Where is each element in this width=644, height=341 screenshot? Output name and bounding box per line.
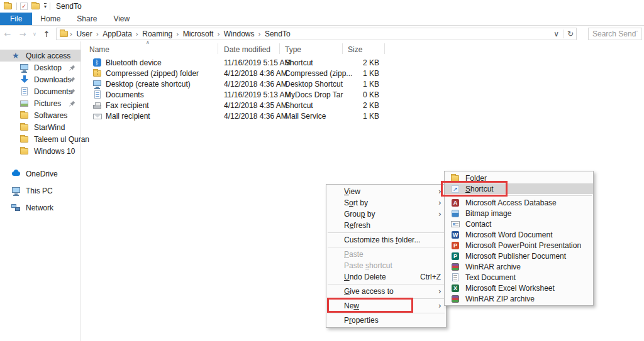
submenu-item-winrar-zip-archive[interactable]: WinRAR ZIP archive	[445, 293, 593, 304]
excel-icon: X	[450, 283, 460, 293]
refresh-icon[interactable]: ↻	[567, 30, 574, 38]
address-box[interactable]: › User › AppData › Roaming › Microsoft ›…	[56, 28, 577, 40]
menu-separator	[328, 313, 445, 313]
file-type: Mail Service	[285, 112, 326, 121]
menu-item-customize-this-folder[interactable]: Customize this folder...	[326, 234, 446, 246]
column-header-type[interactable]: Type	[285, 45, 301, 54]
file-size: 1 KB	[335, 112, 379, 121]
submenu-item-publisher-document[interactable]: P Microsoft Publisher Document	[445, 251, 593, 261]
file-name: Mail recipient	[106, 112, 150, 121]
tab-home[interactable]: Home	[32, 13, 69, 25]
address-dropdown-icon[interactable]: ∨	[553, 30, 559, 38]
menu-item-group-by[interactable]: Group by ›	[326, 208, 446, 220]
sidebar-item-this-pc[interactable]: This PC	[0, 185, 80, 197]
breadcrumb-item[interactable]: AppData	[99, 30, 135, 38]
access-icon: A	[450, 198, 460, 208]
breadcrumb-item[interactable]: Windows	[221, 30, 258, 38]
address-separator	[563, 30, 564, 38]
menu-item-give-access-to[interactable]: Give access to ›	[326, 286, 446, 297]
pin-icon[interactable]	[69, 77, 75, 83]
file-row[interactable]: Fax recipient 4/12/2018 4:35 AM Shortcut…	[81, 100, 484, 111]
tab-view[interactable]: View	[105, 13, 138, 25]
file-date: 11/16/2019 5:15 AM	[224, 58, 291, 67]
up-icon[interactable]: ↑	[39, 30, 54, 39]
breadcrumb-item[interactable]: Roaming	[139, 30, 175, 38]
forward-icon[interactable]: →	[15, 30, 30, 39]
sidebar-item-starwind[interactable]: StarWind	[0, 121, 80, 133]
pin-icon[interactable]	[69, 89, 75, 95]
sidebar-item-documents[interactable]: Documents	[0, 85, 80, 97]
column-header-name[interactable]: Name	[89, 45, 109, 54]
submenu-arrow-icon: ›	[438, 198, 441, 207]
submenu-item-folder[interactable]: Folder	[445, 173, 593, 183]
download-arrow-icon	[19, 75, 30, 85]
breadcrumb-item[interactable]: Microsoft	[180, 30, 217, 38]
sidebar-item-label: Quick access	[26, 51, 70, 60]
column-header-size[interactable]: Size	[348, 45, 362, 54]
folder-icon	[450, 173, 460, 183]
file-row[interactable]: Desktop (create shortcut) 4/12/2018 4:36…	[81, 78, 484, 89]
sidebar-item-windows-10[interactable]: Windows 10	[0, 145, 80, 157]
sidebar-item-taleem-ul-quran[interactable]: Taleem ul Quran	[0, 133, 80, 145]
tab-share[interactable]: Share	[69, 13, 105, 25]
text-document-icon	[450, 273, 460, 283]
keyboard-shortcut: Ctrl+Z	[420, 273, 441, 281]
menu-item-new[interactable]: New ›	[326, 300, 446, 311]
submenu-item-shortcut[interactable]: Shortcut	[445, 183, 593, 194]
pin-icon[interactable]	[69, 100, 75, 107]
column-separator[interactable]	[342, 43, 343, 54]
column-separator[interactable]	[279, 43, 280, 54]
menu-item-view[interactable]: View ›	[326, 186, 446, 197]
recent-locations-chevron-icon[interactable]: ∨	[30, 31, 39, 37]
search-input[interactable]	[589, 28, 641, 40]
submenu-item-excel-worksheet[interactable]: X Microsoft Excel Worksheet	[445, 283, 593, 293]
pin-icon[interactable]	[69, 65, 75, 71]
column-header-date-modified[interactable]: Date modified	[224, 45, 270, 54]
menu-item-sort-by[interactable]: Sort by ›	[326, 197, 446, 208]
sidebar-item-label: Pictures	[34, 99, 61, 108]
breadcrumb-item[interactable]: SendTo	[262, 30, 294, 38]
submenu-item-contact[interactable]: Contact	[445, 219, 593, 229]
submenu-item-powerpoint-presentation[interactable]: P Microsoft PowerPoint Presentation	[445, 240, 593, 251]
breadcrumb-item[interactable]: User	[73, 30, 95, 38]
file-size: 2 KB	[335, 101, 379, 110]
menu-item-paste-shortcut[interactable]: Paste shortcut	[326, 260, 446, 271]
submenu-item-text-document[interactable]: Text Document	[445, 272, 593, 283]
file-date: 4/12/2018 4:35 AM	[224, 101, 287, 110]
checkmark-icon[interactable]: ✓	[20, 3, 28, 10]
sidebar-item-quick-access[interactable]: Quick access	[0, 50, 80, 62]
publisher-icon: P	[450, 251, 460, 261]
sidebar-item-desktop[interactable]: Desktop	[0, 62, 80, 73]
back-icon[interactable]: ←	[0, 30, 15, 39]
menu-item-paste[interactable]: Paste	[326, 249, 446, 260]
star-icon	[11, 51, 21, 61]
tab-file[interactable]: File	[0, 13, 32, 25]
sidebar-item-softwares[interactable]: Softwares	[0, 109, 80, 121]
file-row[interactable]: Bluetooth device 11/16/2019 5:15 AM Shor…	[81, 57, 484, 68]
menu-separator	[446, 195, 592, 196]
file-row[interactable]: Mail recipient 4/12/2018 4:36 AM Mail Se…	[81, 111, 484, 121]
sidebar-item-onedrive[interactable]: OneDrive	[0, 168, 80, 180]
folder-icon	[19, 111, 30, 121]
submenu-item-access-database[interactable]: A Microsoft Access Database	[445, 197, 593, 208]
folder-icon[interactable]	[31, 1, 41, 11]
file-row[interactable]: Compressed (zipped) folder 4/12/2018 4:3…	[81, 68, 484, 78]
shortcut-icon	[450, 184, 460, 194]
folder-icon[interactable]	[3, 1, 13, 11]
menu-item-refresh[interactable]: Refresh	[326, 220, 446, 231]
sidebar-item-downloads[interactable]: Downloads	[0, 73, 80, 85]
menu-item-properties[interactable]: Properties	[326, 315, 446, 326]
column-separator[interactable]	[384, 43, 385, 54]
sidebar-item-network[interactable]: Network	[0, 202, 80, 214]
file-row[interactable]: Documents 11/16/2019 5:13 AM MyDocs Drop…	[81, 89, 484, 100]
menu-item-undo-delete[interactable]: Undo Delete Ctrl+Z	[326, 271, 446, 283]
new-submenu: Folder Shortcut A Microsoft Access Datab…	[444, 171, 594, 306]
column-separator[interactable]	[218, 43, 218, 54]
bluetooth-icon	[92, 58, 103, 68]
submenu-item-winrar-archive[interactable]: WinRAR archive	[445, 261, 593, 272]
navigation-pane: Quick access Desktop Downloads Documents…	[0, 41, 81, 341]
qat-dropdown-icon[interactable]: ▾	[44, 3, 47, 9]
submenu-item-bitmap-image[interactable]: Bitmap image	[445, 208, 593, 219]
submenu-item-word-document[interactable]: W Microsoft Word Document	[445, 229, 593, 240]
sidebar-item-pictures[interactable]: Pictures	[0, 97, 80, 109]
